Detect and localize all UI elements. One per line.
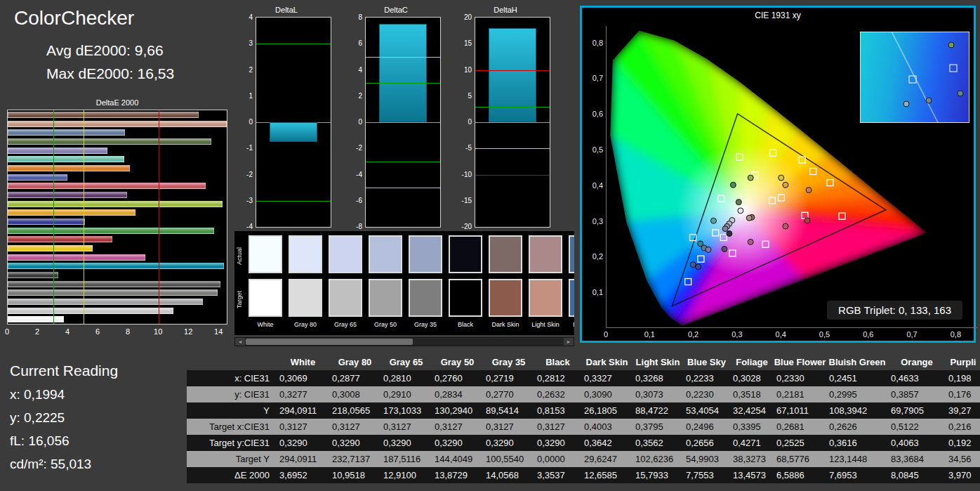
deltae-xaxis: 02468101214 — [7, 327, 227, 339]
swatch-label-light-skin: Light Skin — [527, 321, 564, 328]
deltac-y-tick: 4 — [347, 66, 362, 74]
max-de2000: Max dE2000: 16,53 — [46, 65, 174, 82]
table-cell: 0,2525 — [774, 438, 826, 448]
deltae-bar-magenta — [8, 254, 145, 261]
table-cell: 53,4054 — [683, 405, 730, 416]
actual-swatch-light-skin[interactable] — [529, 235, 562, 273]
table-cell: 0,3562 — [633, 438, 683, 448]
deltae-bar-white — [8, 316, 64, 322]
target-swatch-gray-35[interactable] — [409, 279, 442, 317]
deltal-y-tick: 4 — [237, 13, 253, 21]
deltae-bar-cyan — [8, 263, 224, 269]
measured-point-marker — [736, 199, 741, 205]
table-cell: 0,2656 — [683, 438, 730, 448]
table-cell: 173,1033 — [380, 405, 432, 416]
row-label: Y — [187, 405, 277, 416]
table-cell: 3,3537 — [534, 470, 581, 480]
measured-point-marker — [783, 223, 788, 229]
actual-swatch-gray-50[interactable] — [369, 235, 402, 273]
target-swatch-dark-skin[interactable] — [489, 279, 522, 317]
table-cell: 0,3518 — [730, 389, 774, 400]
table-row-target-x-cie31: Target x:CIE310,31270,31270,31270,31270,… — [187, 419, 980, 435]
page-title: ColorChecker — [14, 7, 134, 30]
table-row-target-y-cie31: Target y:CIE310,32900,32900,32900,32900,… — [187, 435, 980, 451]
deltae-title: DeltaE 2000 — [6, 98, 229, 107]
target-swatch-white[interactable] — [249, 279, 282, 317]
table-cell: 26,1805 — [581, 405, 633, 416]
table-cell: 12,6585 — [581, 470, 633, 480]
target-swatch-black[interactable] — [449, 279, 482, 317]
table-cell: 38,3273 — [730, 454, 774, 464]
table-cell: 0,2812 — [534, 373, 581, 384]
table-cell: 218,0565 — [329, 405, 380, 416]
deltae-bar-gray-50 — [8, 289, 218, 296]
scrollbar-thumb[interactable] — [246, 339, 413, 345]
table-cell: 14,0568 — [483, 470, 534, 480]
table-cell: 13,8729 — [432, 470, 483, 480]
actual-swatch-gray-80[interactable] — [289, 235, 322, 273]
table-cell: 12,9100 — [380, 470, 432, 480]
actual-swatch-gray-35[interactable] — [409, 235, 442, 273]
measured-point-marker — [804, 218, 810, 223]
column-header-orange: Orange — [888, 357, 946, 367]
deltae-bar-purplish-blue — [8, 174, 67, 181]
scroll-left-icon[interactable]: ◄ — [235, 338, 245, 346]
deltae-x-tick: 8 — [126, 327, 130, 336]
measured-point-marker — [748, 175, 753, 181]
table-cell: 0,2496 — [683, 421, 730, 432]
column-header-dark-skin: Dark Skin — [581, 357, 633, 367]
target-swatch-gray-80[interactable] — [289, 279, 322, 317]
inset-measured-marker — [903, 101, 909, 107]
deltal-plot — [256, 17, 331, 228]
table-cell: 0,3008 — [329, 389, 380, 400]
table-cell: 0,0000 — [534, 454, 581, 464]
cie-title: CIE 1931 xy — [582, 11, 974, 20]
swatch-label-blue-sky: Blue Sky — [567, 321, 574, 328]
table-cell: 0,3127 — [483, 421, 534, 432]
target-swatch-gray-65[interactable] — [329, 279, 362, 317]
table-cell: 144,4049 — [432, 454, 483, 464]
table-header-row: WhiteGray 80Gray 65Gray 50Gray 35BlackDa… — [187, 353, 980, 370]
actual-swatch-dark-skin[interactable] — [489, 235, 522, 273]
deltal-chart: DeltaL 43210-1-2-3-4 — [237, 6, 336, 235]
table-cell: 7,6953 — [826, 470, 888, 480]
swatch-panel: Actual Target WhiteGray 80Gray 65Gray 50… — [234, 231, 574, 335]
scroll-right-icon[interactable]: ► — [564, 338, 574, 346]
measured-point-marker — [698, 241, 703, 247]
table-row-x-cie31: x: CIE310,30690,28770,28100,27600,27190,… — [187, 370, 980, 386]
deltac-plot — [365, 17, 441, 228]
inset-target-marker — [950, 65, 958, 72]
deltae-bar-gray-65 — [8, 299, 203, 305]
deltal-y-tick: 3 — [237, 39, 253, 47]
swatch-scrollbar[interactable]: ◄ ► — [234, 337, 574, 346]
deltah-zero-line — [475, 122, 550, 123]
actual-swatch-white[interactable] — [249, 235, 282, 273]
measured-point-marker — [806, 188, 812, 193]
measured-point-marker — [730, 182, 736, 188]
column-header-gray-65: Gray 65 — [380, 357, 432, 367]
target-swatch-blue-sky[interactable] — [569, 279, 574, 317]
column-header-white: White — [277, 357, 329, 367]
table-cell: 54,9903 — [683, 454, 730, 464]
swatch-label-gray-35: Gray 35 — [406, 321, 444, 328]
actual-row-label: Actual — [236, 237, 246, 275]
cie-y-tick: 0,8 — [585, 39, 603, 47]
table-row-target-y: Target Y294,0911232,7137187,5116144,4049… — [187, 451, 980, 467]
deltah-tolerance-line-3 — [475, 107, 550, 107]
deltal-y-tick: 1 — [237, 92, 253, 100]
table-cell: 34,56 — [946, 454, 980, 464]
table-cell: 0,4003 — [581, 421, 633, 432]
cie-panel: CIE 1931 xy RGB Triplet: 0, 133, 163 — [580, 6, 976, 343]
actual-swatch-gray-65[interactable] — [329, 235, 362, 273]
swatch-label-dark-skin: Dark Skin — [486, 321, 524, 328]
table-cell: 10,9518 — [329, 470, 380, 480]
target-swatch-light-skin[interactable] — [529, 279, 562, 317]
deltae-bar-orange — [8, 165, 130, 171]
table-cell: 0,2681 — [774, 421, 826, 432]
deltah-y-tick: 15 — [456, 39, 472, 47]
actual-swatch-black[interactable] — [449, 235, 482, 273]
actual-swatch-blue-sky[interactable] — [569, 235, 574, 273]
cie-y-tick: 0,7 — [585, 74, 603, 82]
table-row-y: Y294,0911218,0565173,1033130,294089,5414… — [187, 402, 980, 419]
target-swatch-gray-50[interactable] — [369, 279, 402, 317]
